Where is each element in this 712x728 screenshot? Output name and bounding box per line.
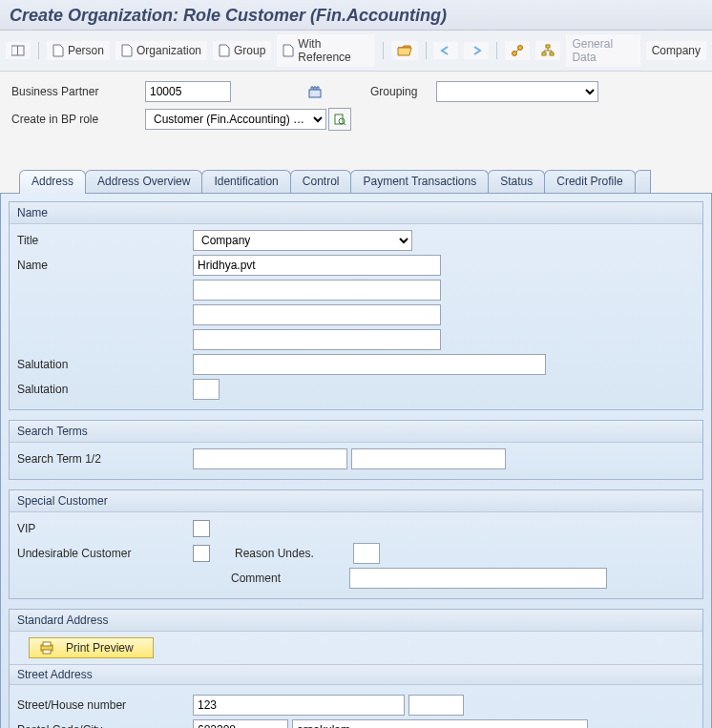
page-title: Create Organization: Role Customer (Fin.… [10,6,447,25]
group-special-customer: Special Customer VIP Undesirable Custome… [9,489,703,599]
switch-button[interactable] [535,41,560,60]
svg-rect-13 [43,642,51,646]
salutation-input[interactable] [193,354,546,375]
create-role-select[interactable]: Customer (Fin.Accounting) … [145,109,326,130]
with-reference-label: With Reference [298,37,368,64]
header-area: Business Partner Grouping Create in BP r… [0,72,712,146]
create-role-label: Create in BP role [11,113,145,126]
print-icon [39,641,54,655]
title-label: Title [15,234,189,247]
svg-rect-8 [309,90,321,97]
street-address-head: Street Address [10,664,702,685]
info-icon[interactable] [307,84,323,99]
house-number-input[interactable] [408,695,464,716]
city-input[interactable] [292,719,588,728]
salutation-label: Salutation [15,358,189,371]
print-preview-button[interactable]: Print Preview [29,637,154,658]
salutation2-input[interactable] [193,379,220,400]
nav-back-button[interactable] [433,42,458,59]
name-input-4[interactable] [193,329,441,350]
with-reference-button[interactable]: With Reference [277,34,374,67]
business-partner-label: Business Partner [11,85,145,98]
tab-status[interactable]: Status [488,170,545,193]
group-name-head: Name [10,202,702,224]
search-term-label: Search Term 1/2 [15,452,189,466]
postal-label: Postal Code/City [15,723,189,728]
page-icon [121,44,133,57]
postal-code-input[interactable] [193,719,288,728]
name-input-2[interactable] [193,280,441,301]
name-label: Name [15,259,189,272]
salutation2-label: Salutation [15,383,189,396]
relationships-icon [511,44,524,57]
arrow-left-icon [439,45,452,56]
group-standard-address-head: Standard Address [10,610,702,632]
group-search-terms-head: Search Terms [10,421,702,443]
tab-body-address: Name Title Company Name [0,194,712,728]
grouping-label: Grouping [370,85,417,98]
magnify-doc-icon [333,113,346,126]
organization-button[interactable]: Organization [115,41,207,60]
grouping-select[interactable] [436,81,598,102]
print-preview-label: Print Preview [66,641,134,655]
group-standard-address: Standard Address Print Preview Street Ad… [9,609,703,728]
undesirable-checkbox[interactable] [193,545,210,562]
reason-label: Reason Undes. [235,547,349,560]
comment-label: Comment [231,572,346,585]
undesirable-label: Undesirable Customer [15,547,189,560]
title-select[interactable]: Company [193,230,412,251]
organization-label: Organization [136,44,201,57]
search-term-1-input[interactable] [193,448,347,469]
company-button[interactable]: Company [646,41,706,60]
svg-rect-5 [546,45,550,48]
tab-credit-profile[interactable]: Credit Profile [544,170,635,193]
svg-rect-7 [550,52,554,55]
open-folder-icon [397,44,412,57]
role-switch-button[interactable] [328,108,351,131]
tab-payment-transactions[interactable]: Payment Transactions [350,170,489,193]
street-label: Street/House number [15,698,189,712]
locator-button[interactable] [6,42,31,59]
svg-rect-6 [542,52,546,55]
group-name: Name Title Company Name [9,201,703,410]
tab-control[interactable]: Control [290,170,352,193]
business-partner-input[interactable] [145,81,231,102]
svg-rect-14 [43,650,51,654]
relationships-button[interactable] [505,41,530,60]
street-input[interactable] [193,695,405,716]
svg-line-4 [516,50,519,52]
group-label: Group [234,44,265,57]
open-folder-button[interactable] [391,41,418,60]
general-data-label: General Data [572,37,634,64]
hierarchy-icon [541,44,555,57]
tab-strip: Address Address Overview Identification … [0,169,712,194]
group-special-head: Special Customer [10,490,702,512]
tab-address[interactable]: Address [19,170,86,194]
name-input-1[interactable] [193,255,441,276]
svg-line-11 [344,123,346,125]
group-button[interactable]: Group [213,41,271,60]
search-term-2-input[interactable] [351,448,506,469]
company-label: Company [652,44,701,57]
tab-identification[interactable]: Identification [201,170,290,193]
person-button[interactable]: Person [47,41,110,60]
nav-forward-button[interactable] [464,42,489,59]
tab-address-overview[interactable]: Address Overview [85,170,202,193]
application-toolbar: Person Organization Group With Reference [0,31,712,72]
person-label: Person [68,44,104,57]
page-icon [52,44,64,57]
tab-more[interactable] [635,170,651,193]
locator-icon [11,45,25,56]
vip-checkbox[interactable] [193,520,210,537]
page-icon [283,44,294,57]
comment-input[interactable] [349,568,607,589]
arrow-right-icon [470,45,483,56]
name-input-3[interactable] [193,304,441,325]
reason-input[interactable] [353,543,380,564]
page-icon [219,44,230,57]
group-search-terms: Search Terms Search Term 1/2 [9,420,703,480]
vip-label: VIP [15,522,189,535]
general-data-button: General Data [566,34,639,67]
